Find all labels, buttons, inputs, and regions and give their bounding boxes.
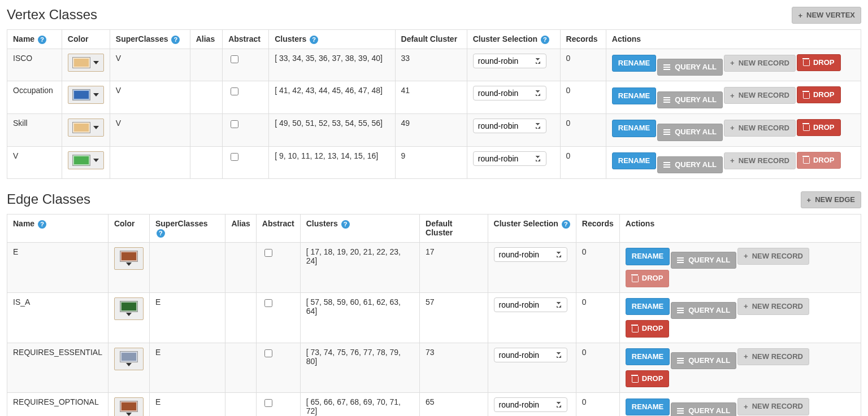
cell-records: 0 [560, 113, 606, 146]
query-all-button[interactable]: QUERY ALL [671, 402, 736, 416]
cell-records: 0 [576, 343, 619, 393]
table-row: REQUIRES_OPTIONALE[ 65, 66, 67, 68, 69, … [7, 393, 861, 416]
color-picker-button[interactable] [68, 119, 104, 137]
color-swatch [120, 301, 137, 312]
abstract-checkbox[interactable] [231, 120, 238, 128]
help-icon[interactable]: ? [157, 229, 165, 238]
plus-icon [744, 403, 750, 410]
cell-color [108, 343, 149, 393]
cell-actions: RENAMEQUERY ALLNEW RECORDDROP [619, 242, 861, 292]
color-picker-button[interactable] [114, 397, 144, 416]
cluster-selection-select[interactable]: round-robin [473, 119, 546, 133]
rename-button[interactable]: RENAME [626, 298, 670, 315]
help-icon[interactable]: ? [38, 220, 46, 229]
new-record-button[interactable]: NEW RECORD [724, 55, 796, 72]
help-icon[interactable]: ? [171, 36, 180, 44]
color-picker-button[interactable] [68, 54, 104, 72]
cell-superclasses: V [110, 49, 190, 81]
help-icon[interactable]: ? [341, 220, 350, 229]
chevron-down-icon [126, 262, 132, 266]
new-edge-button[interactable]: NEW EDGE [801, 191, 861, 208]
abstract-checkbox[interactable] [231, 87, 238, 95]
drop-button[interactable]: DROP [797, 152, 841, 169]
query-all-button[interactable]: QUERY ALL [657, 124, 723, 141]
abstract-checkbox[interactable] [231, 55, 238, 63]
cluster-selection-select[interactable]: round-robin [494, 247, 567, 262]
new-record-button[interactable]: NEW RECORD [737, 348, 809, 365]
drop-button[interactable]: DROP [797, 54, 841, 71]
new-record-button[interactable]: NEW RECORD [724, 120, 796, 137]
abstract-checkbox[interactable] [264, 349, 272, 357]
cell-cluster-selection: round-robin [488, 292, 576, 343]
col-alias: Alias [190, 30, 222, 49]
query-all-button[interactable]: QUERY ALL [671, 352, 736, 369]
drop-button[interactable]: DROP [626, 320, 670, 337]
color-swatch [120, 251, 137, 261]
trash-icon [632, 326, 637, 332]
col-superclasses: SuperClasses ? [110, 30, 190, 49]
cell-abstract [223, 113, 269, 146]
cell-name[interactable]: REQUIRES_ESSENTIAL [7, 343, 108, 393]
cell-name[interactable]: Occupation [7, 81, 62, 114]
cell-name[interactable]: V [7, 146, 62, 179]
abstract-checkbox[interactable] [264, 399, 272, 407]
table-row: REQUIRES_ESSENTIALE[ 73, 74, 75, 76, 77,… [7, 343, 861, 393]
table-row: ISCOV[ 33, 34, 35, 36, 37, 38, 39, 40]33… [7, 49, 861, 81]
query-all-button[interactable]: QUERY ALL [657, 59, 723, 76]
cell-alias [225, 393, 256, 416]
color-picker-button[interactable] [114, 247, 144, 270]
help-icon[interactable]: ? [38, 36, 46, 44]
cell-name[interactable]: ISCO [7, 49, 62, 81]
rename-button[interactable]: RENAME [626, 348, 670, 365]
new-record-button[interactable]: NEW RECORD [737, 298, 809, 315]
drop-button[interactable]: DROP [626, 270, 670, 287]
cluster-selection-select[interactable]: round-robin [494, 348, 567, 362]
color-picker-button[interactable] [68, 86, 104, 104]
cell-name[interactable]: Skill [7, 113, 62, 146]
rename-button[interactable]: RENAME [612, 120, 656, 137]
cell-actions: RENAMEQUERY ALLNEW RECORDDROP [619, 343, 861, 393]
color-picker-button[interactable] [68, 151, 104, 169]
rename-button[interactable]: RENAME [612, 55, 656, 72]
help-icon[interactable]: ? [541, 36, 549, 44]
cluster-selection-select[interactable]: round-robin [473, 151, 546, 166]
cell-actions: RENAMEQUERY ALLNEW RECORDDROP [619, 292, 861, 343]
abstract-checkbox[interactable] [264, 299, 272, 307]
color-picker-button[interactable] [114, 348, 144, 370]
cluster-selection-select[interactable]: round-robin [494, 397, 567, 412]
cell-name[interactable]: IS_A [7, 292, 108, 343]
query-all-button[interactable]: QUERY ALL [657, 91, 723, 108]
cell-name[interactable]: E [7, 242, 108, 292]
new-vertex-button[interactable]: NEW VERTEX [792, 7, 861, 24]
new-record-button[interactable]: NEW RECORD [737, 398, 809, 415]
new-record-button[interactable]: NEW RECORD [724, 87, 796, 104]
drop-button[interactable]: DROP [797, 86, 841, 103]
query-all-button[interactable]: QUERY ALL [671, 252, 736, 269]
color-swatch [120, 352, 137, 362]
abstract-checkbox[interactable] [231, 153, 238, 161]
rename-button[interactable]: RENAME [626, 399, 670, 415]
rename-button[interactable]: RENAME [612, 87, 656, 104]
query-all-button[interactable]: QUERY ALL [657, 156, 723, 173]
cluster-selection-select[interactable]: round-robin [473, 54, 546, 68]
new-record-button[interactable]: NEW RECORD [737, 248, 809, 265]
cell-cluster-selection: round-robin [467, 81, 560, 114]
rename-button[interactable]: RENAME [612, 152, 656, 169]
drop-button[interactable]: DROP [797, 119, 841, 136]
query-all-button[interactable]: QUERY ALL [671, 302, 736, 319]
help-icon[interactable]: ? [310, 36, 318, 44]
plus-icon [730, 59, 736, 67]
help-icon[interactable]: ? [562, 220, 570, 229]
cell-default-cluster: 49 [395, 113, 467, 146]
plus-icon [744, 353, 750, 360]
new-record-button[interactable]: NEW RECORD [724, 152, 796, 169]
rename-button[interactable]: RENAME [626, 248, 670, 265]
plus-icon [798, 12, 804, 19]
cluster-selection-select[interactable]: round-robin [473, 86, 546, 100]
cell-name[interactable]: REQUIRES_OPTIONAL [7, 393, 108, 416]
cluster-selection-select[interactable]: round-robin [494, 297, 567, 312]
drop-button[interactable]: DROP [626, 370, 670, 387]
chevron-down-icon [93, 159, 99, 162]
abstract-checkbox[interactable] [264, 249, 272, 257]
color-picker-button[interactable] [114, 297, 144, 320]
